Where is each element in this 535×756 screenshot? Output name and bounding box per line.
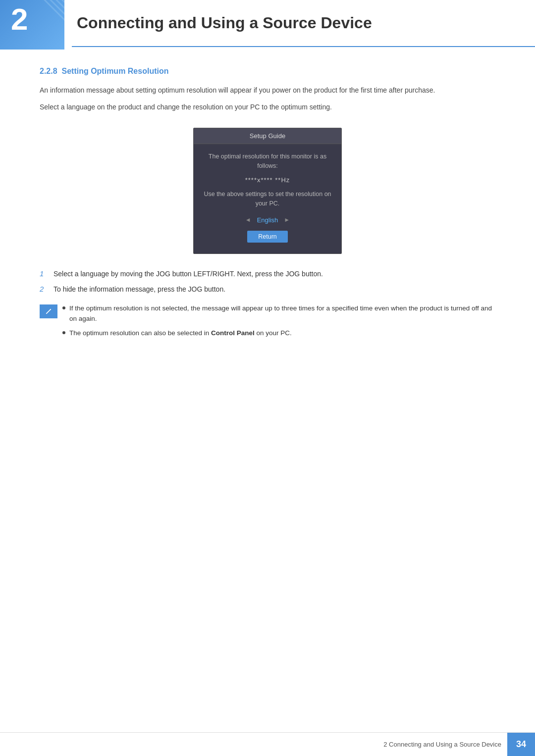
pencil-icon — [44, 307, 53, 316]
chapter-title-area: Connecting and Using a Source Device — [72, 0, 535, 47]
bullet-dot-1 — [62, 306, 65, 309]
note-bullet-2: The optimum resolution can also be selec… — [62, 328, 495, 339]
step-item-1: 1 Select a language by moving the JOG bu… — [40, 269, 495, 279]
main-content: 2.2.8 Setting Optimum Resolution An info… — [0, 47, 535, 382]
section-number: 2.2.8 — [40, 67, 57, 75]
step-text-1: Select a language by moving the JOG butt… — [54, 269, 323, 279]
dialog-wrapper: Setup Guide The optimal resolution for t… — [40, 128, 495, 254]
dialog-language-row: ◄ English ► — [204, 216, 331, 224]
dialog-return-button[interactable]: Return — [247, 231, 288, 243]
section-heading: 2.2.8 Setting Optimum Resolution — [40, 67, 495, 76]
dialog-resolution: ****x**** **Hz — [204, 176, 331, 184]
dialog-return-row: Return — [204, 231, 331, 243]
footer-content: 2 Connecting and Using a Source Device 3… — [383, 733, 535, 756]
step-text-2: To hide the information message, press t… — [54, 284, 225, 295]
chapter-title: Connecting and Using a Source Device — [77, 14, 515, 32]
steps-list: 1 Select a language by moving the JOG bu… — [40, 269, 495, 295]
step-number-2: 2 — [40, 284, 54, 293]
bullet-dot-2 — [62, 331, 65, 334]
note-text-2: The optimum resolution can also be selec… — [69, 328, 292, 339]
note-section: If the optimum resolution is not selecte… — [40, 303, 495, 343]
footer-chapter-label: 2 Connecting and Using a Source Device — [383, 741, 507, 748]
footer-page-number: 34 — [507, 733, 535, 756]
section-title: Setting Optimum Resolution — [61, 67, 168, 75]
chapter-accent: 2 — [0, 0, 64, 50]
svg-line-1 — [46, 313, 47, 314]
chapter-header: 2 Connecting and Using a Source Device — [0, 0, 535, 47]
note-bullets: If the optimum resolution is not selecte… — [62, 303, 495, 343]
dialog-body: The optimal resolution for this monitor … — [194, 144, 341, 253]
step-number-1: 1 — [40, 269, 54, 278]
dialog-arrow-right[interactable]: ► — [284, 216, 290, 223]
control-panel-bold: Control Panel — [211, 329, 255, 337]
chapter-number: 2 — [11, 4, 28, 35]
setup-guide-dialog: Setup Guide The optimal resolution for t… — [193, 128, 342, 254]
note-icon — [40, 304, 57, 318]
note-bullet-1: If the optimum resolution is not selecte… — [62, 303, 495, 324]
dialog-use-text: Use the above settings to set the resolu… — [204, 190, 331, 208]
note-text-1: If the optimum resolution is not selecte… — [69, 303, 495, 324]
dialog-titlebar: Setup Guide — [194, 128, 341, 144]
dialog-language: English — [257, 216, 278, 224]
dialog-desc: The optimal resolution for this monitor … — [204, 152, 331, 171]
page-footer: 2 Connecting and Using a Source Device 3… — [0, 732, 535, 756]
intro-paragraph-2: Select a language on the product and cha… — [40, 101, 495, 112]
intro-paragraph-1: An information message about setting opt… — [40, 85, 495, 96]
step-item-2: 2 To hide the information message, press… — [40, 284, 495, 295]
dialog-arrow-left[interactable]: ◄ — [245, 216, 251, 223]
